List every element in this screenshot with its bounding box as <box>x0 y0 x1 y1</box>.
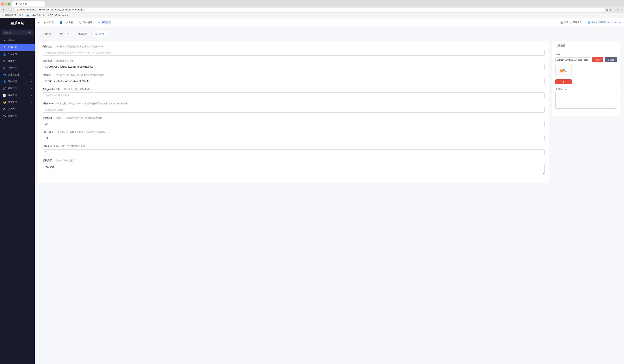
tab-basic[interactable]: 基础配置 <box>38 31 55 37</box>
delete-icon-button[interactable]: 🗑 <box>555 79 572 84</box>
close-dot[interactable] <box>1 3 4 5</box>
sidebar-item-admin[interactable]: 👥 管理员管理 › <box>0 71 35 78</box>
forward-button[interactable]: › <box>6 8 8 12</box>
icon-path-input[interactable] <box>555 57 591 62</box>
sidebar-item-fish[interactable]: 🐟 鱼苗管理 <box>0 64 35 71</box>
svg-point-3 <box>563 69 565 71</box>
lock-icon: 🔒 <box>17 9 19 11</box>
topnav-profile[interactable]: 👤 个人资料 <box>58 20 75 25</box>
side-panel-wrapper: 其他设置 icon ↑ 上传 ⊞ <box>552 41 620 183</box>
topnav-system-config[interactable]: ⚙ 系统配置 <box>97 20 112 25</box>
chevron-icon: › <box>31 88 32 90</box>
icon-input-row: ↑ 上传 ⊞ 选择 <box>555 57 617 62</box>
input-notify-chatid[interactable] <box>43 107 545 113</box>
label-anti-domain: 防封域名： 域名被封后只需要更换这里的域名无需更换主域名 <box>43 45 545 48</box>
config-tabs: 基础配置 登录注册 购买配置 授权配置 <box>38 31 620 37</box>
share-icon[interactable]: ↑ <box>610 8 611 11</box>
bookmark-label-1: 程序搭建/开发/修复 <box>5 14 24 17</box>
sidebar-item-attachments[interactable]: 📎 附件管理 <box>0 58 35 64</box>
topnav-attachments-label: 附件管理 <box>83 21 92 24</box>
chevron-icon: ∨ <box>30 46 32 48</box>
label-auth-address: 权限地址： 代部署合约地址授权无提示 https://t.me/tianmeib… <box>43 73 545 77</box>
expand-icon: ⤢ <box>584 21 586 24</box>
sidebar-item-plugins[interactable]: 🔧 插件管理 <box>0 112 35 119</box>
sidebar-item-label: 附件管理 <box>8 59 17 63</box>
browser-tab-active[interactable]: ⚙ 系统配置 ✕ <box>12 1 45 7</box>
sidebar-item-users[interactable]: 👤 用户管理 › <box>0 78 35 85</box>
upload-icon: ↑ <box>595 59 596 61</box>
tab-close-icon[interactable]: ✕ <box>29 3 30 5</box>
search-input[interactable] <box>2 30 32 35</box>
clear-cache-label: 清除缓存 <box>573 21 582 24</box>
bookmark-item[interactable]: ⚙ 程序搭建/开发/修复 <box>2 14 24 17</box>
input-usdt-threshold[interactable] <box>43 135 545 141</box>
sidebar-item-profile[interactable]: 👤 个人资料 <box>0 51 35 58</box>
tab-auth[interactable]: 授权配置 <box>91 31 108 37</box>
brand-icon: 🌐 <box>588 21 591 24</box>
sidebar-item-label: 用户管理 <box>8 80 17 83</box>
bookmark-icon[interactable]: ☆ <box>617 8 619 11</box>
topnav-profile-label: 个人资料 <box>64 21 73 24</box>
hamburger-icon[interactable]: ≡ <box>38 21 39 24</box>
menu-icon[interactable]: ≡ <box>620 8 622 11</box>
topnav-brand[interactable]: 🌐 天美社区源码网timibbs.net <box>588 21 617 24</box>
topnav-home[interactable]: 🏠 主页 <box>560 21 568 24</box>
upload-button[interactable]: ↑ 上传 <box>592 57 603 62</box>
bookmark-item[interactable]: 🔷 认准->天美社区 <box>26 14 45 17</box>
content-wrapper: 防封域名： 域名被封后只需要更换这里的域名无需更换主域名 收款地址： 建议使用个… <box>38 41 620 183</box>
bookmark-icon-3: ✈ <box>48 14 50 17</box>
input-anti-domain[interactable] <box>43 49 545 56</box>
input-trx-threshold[interactable] <box>43 121 545 127</box>
topnav-clear-cache[interactable]: 🗑 清除缓存 <box>570 21 582 24</box>
new-tab-button[interactable]: + <box>46 2 48 6</box>
topnav-system-config-label: 系统配置 <box>102 21 111 24</box>
topnav-system-config-icon: ⚙ <box>98 21 101 24</box>
input-auth-address[interactable] <box>43 78 545 84</box>
custom-code-textarea[interactable] <box>555 93 617 109</box>
brand-label: 天美社区源码网timibbs.net <box>591 21 617 24</box>
shield-icon[interactable]: 🛡 <box>613 8 615 11</box>
topnav-dashboard-label: 控制台 <box>47 21 54 24</box>
label-notify-chatid: 通知chatid： 使用机器人查询@chatIDrobot 如果是群聊通知请直接… <box>43 102 545 105</box>
maximize-dot[interactable] <box>8 3 10 5</box>
select-button[interactable]: ⊞ 选择 <box>605 57 617 62</box>
sidebar-item-system-config[interactable]: ⚙ 系统配置 ∨ <box>0 44 35 51</box>
dashboard-icon: ⊞ <box>3 39 6 42</box>
sidebar-item-dashboard[interactable]: ⊞ 控制台 <box>0 37 35 44</box>
sidebar-search-area: 🔍 <box>0 28 35 37</box>
form-section: 防封域名： 域名被封后只需要更换这里的域名无需更换主域名 收款地址： 建议使用个… <box>38 41 549 183</box>
topnav-right: 🏠 主页 🗑 清除缓存 ⤢ 🌐 天美社区源码网timibbs.net ⚙ <box>560 21 621 24</box>
bookmark-item[interactable]: ✈ TG：@tianmeibbs <box>48 14 68 17</box>
back-button[interactable]: ‹ <box>2 8 4 12</box>
reload-button[interactable]: ↻ <box>10 8 13 12</box>
topnav-dashboard[interactable]: ⊞ 控制台 <box>42 20 55 25</box>
branch-icon: 🔗 <box>3 107 6 110</box>
topnav-profile-icon: 👤 <box>60 21 63 24</box>
minimize-dot[interactable] <box>5 3 7 5</box>
extensions-icon[interactable]: ⊞ <box>606 8 608 11</box>
home-icon: 🏠 <box>560 21 563 24</box>
sidebar-item-finance[interactable]: 💰 财务管理 › <box>0 99 35 105</box>
tab-icon: ⚙ <box>15 3 17 5</box>
chevron-icon: › <box>31 74 32 76</box>
sidebar-item-blog[interactable]: 📝 博客管理 › <box>0 92 35 99</box>
sidebar-item-goods[interactable]: 🛒 商品管理 › <box>0 85 35 92</box>
textarea-auth-hint[interactable]: 网络异常 <box>43 164 545 174</box>
tab-purchase[interactable]: 购买配置 <box>74 31 91 37</box>
custom-code-section: 自定义代码 <box>555 88 617 109</box>
blog-icon: 📝 <box>3 94 6 97</box>
app-container: 蓝盾商城 🔍 ⊞ 控制台 ⚙ 系统配置 ∨ 👤 个人资料 📎 附件管理 🐟 鱼 <box>0 18 624 364</box>
bookmark-icon-2: 🔷 <box>26 14 29 17</box>
address-bar[interactable]: 🔒 https://faka-daou.timibbs.cc/timibbs.p… <box>15 8 605 12</box>
clear-cache-icon: 🗑 <box>570 21 572 24</box>
topnav-share[interactable]: ⚙ <box>619 21 621 24</box>
input-collection-address[interactable] <box>43 64 545 70</box>
topnav-expand[interactable]: ⤢ <box>584 21 586 24</box>
tab-login-register[interactable]: 登录注册 <box>56 31 73 37</box>
label-usdt-threshold: USDT阈值： 鱼苗的USDT余额低于XX不允许请求支付或者授权 <box>43 130 545 134</box>
trash-icon: 🗑 <box>562 80 565 83</box>
input-auth-amount[interactable] <box>43 149 545 155</box>
input-telegram-bot-key[interactable] <box>43 92 545 98</box>
sidebar-item-branch[interactable]: 🔗 分站管理 › <box>0 105 35 112</box>
topnav-attachments[interactable]: 📎 附件管理 <box>78 20 94 25</box>
